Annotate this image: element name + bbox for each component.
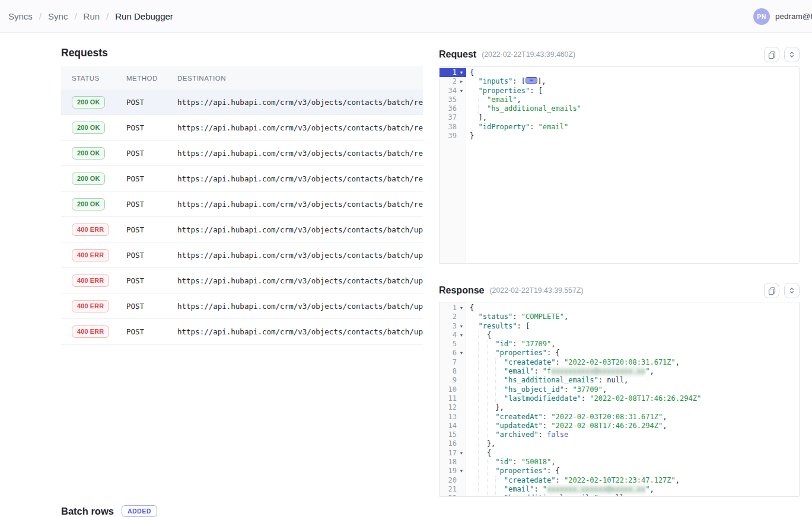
- request-row-9[interactable]: 400 ERRPOSThttps://api.hubapi.com/crm/v3…: [61, 293, 423, 319]
- status-cell: 400 ERR: [61, 224, 126, 236]
- token-punctuation: [470, 322, 478, 330]
- status-cell: 400 ERR: [61, 249, 126, 261]
- user-menu[interactable]: PN pedram@hig: [753, 0, 812, 33]
- line-number: 13: [440, 413, 457, 422]
- token-string: "2022-02-08T17:46:26.294Z": [551, 422, 663, 430]
- token-punctuation: [470, 95, 487, 104]
- code-line-37: 37 ],: [440, 113, 799, 122]
- code-line-4: 4▾ {: [440, 331, 799, 340]
- code-text: "createdAt": "2022-02-03T20:08:31.671Z",: [466, 413, 667, 422]
- request-row-10[interactable]: 400 ERRPOSThttps://api.hubapi.com/crm/v3…: [61, 319, 423, 344]
- token-punctuation: :: [534, 367, 542, 375]
- fold-toggle-icon[interactable]: ▾: [457, 467, 466, 475]
- destination-cell: https://api.hubapi.com/crm/v3/objects/co…: [177, 123, 423, 132]
- token-punctuation: [470, 104, 487, 113]
- breadcrumb-separator: /: [74, 11, 77, 21]
- method-cell: POST: [126, 225, 177, 234]
- code-line-15: 15 "archived": false: [440, 430, 799, 439]
- breadcrumb-link-sync[interactable]: Sync: [48, 11, 68, 21]
- code-text: {: [466, 331, 491, 340]
- code-line-8: 8 "email": "fxxxxxxxxxx@xxxxxxxx.xx",: [440, 367, 799, 376]
- token-punctuation: :: [512, 458, 521, 466]
- request-row-3[interactable]: 200 OKPOSThttps://api.hubapi.com/crm/v3/…: [61, 141, 423, 166]
- request-row-2[interactable]: 200 OKPOSThttps://api.hubapi.com/crm/v3/…: [61, 115, 423, 141]
- top-bar: Syncs/Sync/Run/Run Debugger PN pedram@hi…: [0, 0, 812, 33]
- fold-toggle-icon[interactable]: ▸: [457, 77, 466, 86]
- response-copy-button[interactable]: [764, 283, 779, 298]
- requests-table-body: 200 OKPOSThttps://api.hubapi.com/crm/v3/…: [61, 90, 423, 344]
- request-editor-lines: 1▾{2▸ "inputs": [⋯],34▾ "properties": [3…: [440, 67, 799, 141]
- token-punctuation: [470, 413, 495, 421]
- fold-toggle-icon[interactable]: ▾: [457, 449, 466, 458]
- status-badge: 200 OK: [72, 122, 105, 134]
- breadcrumb-link-syncs[interactable]: Syncs: [8, 11, 33, 21]
- line-number: 5: [440, 340, 457, 349]
- status-cell: 200 OK: [61, 198, 126, 210]
- destination-cell: https://api.hubapi.com/crm/v3/objects/co…: [177, 200, 423, 209]
- code-text: "email": "fxxxxxxxxxx@xxxxxxxx.xx",: [466, 367, 654, 376]
- breadcrumb-link-run[interactable]: Run: [84, 11, 100, 21]
- fold-gutter-spacer: [457, 312, 466, 321]
- code-text: "idProperty": "email": [466, 123, 568, 132]
- fold-toggle-icon[interactable]: ▾: [457, 87, 466, 95]
- avatar[interactable]: PN: [753, 8, 770, 25]
- fold-gutter-spacer: [457, 367, 466, 376]
- fold-toggle-icon[interactable]: ▾: [457, 68, 466, 77]
- token-punctuation: :: [598, 376, 607, 384]
- status-cell: 200 OK: [61, 96, 126, 108]
- line-number: 38: [440, 123, 457, 132]
- token-key: "properties": [495, 349, 547, 357]
- method-cell: POST: [126, 123, 177, 132]
- token-punctuation: ,: [603, 385, 607, 394]
- request-row-4[interactable]: 200 OKPOSThttps://api.hubapi.com/crm/v3/…: [61, 166, 423, 192]
- fold-gutter-spacer: [457, 340, 466, 349]
- token-punctuation: :: [598, 494, 607, 497]
- fold-toggle-icon[interactable]: ▾: [457, 322, 466, 331]
- code-line-34: 34▾ "properties": [: [440, 87, 799, 95]
- token-key: "inputs": [478, 77, 512, 85]
- token-key: "results": [478, 322, 517, 330]
- line-number: 8: [440, 367, 457, 376]
- fold-toggle-icon[interactable]: ▾: [457, 331, 466, 340]
- request-copy-button[interactable]: [764, 47, 779, 62]
- token-punctuation: ,: [676, 476, 680, 484]
- token-punctuation: ],: [537, 77, 546, 85]
- response-actions: [764, 283, 800, 298]
- token-punctuation: :: [534, 485, 542, 493]
- request-row-6[interactable]: 400 ERRPOSThttps://api.hubapi.com/crm/v3…: [61, 217, 423, 242]
- response-code-editor[interactable]: 1▾{2 "status": "COMPLETE",3▾ "results": …: [439, 302, 800, 497]
- request-expand-button[interactable]: [784, 47, 800, 62]
- request-row-8[interactable]: 400 ERRPOSThttps://api.hubapi.com/crm/v3…: [61, 268, 423, 293]
- method-cell: POST: [126, 200, 177, 209]
- column-header-method: METHOD: [126, 75, 177, 82]
- token-punctuation: ,: [551, 458, 555, 466]
- token-punctuation: {: [470, 304, 474, 312]
- response-expand-button[interactable]: [784, 283, 800, 298]
- token-punctuation: [470, 430, 495, 439]
- token-punctuation: :: [512, 340, 521, 348]
- token-punctuation: [470, 458, 495, 466]
- fold-toggle-icon[interactable]: ▾: [457, 349, 466, 358]
- batch-rows-section: Batch rows ADDED: [61, 505, 157, 517]
- method-cell: POST: [126, 276, 177, 285]
- token-string: "2022-02-03T20:08:31.671Z": [551, 413, 663, 421]
- code-text: "id": "50018",: [466, 458, 556, 467]
- request-row-7[interactable]: 400 ERRPOSThttps://api.hubapi.com/crm/v3…: [61, 242, 423, 268]
- response-header: Response (2022-02-22T19:43:39.557Z): [439, 282, 800, 299]
- line-number: 18: [440, 458, 457, 467]
- token-punctuation: ,: [551, 340, 555, 348]
- code-line-35: 35 "email",: [440, 95, 799, 104]
- code-line-21: 21 "email": "xxxxxxx.xxxxxx@xxxxx.xx",: [440, 485, 799, 494]
- token-key: "updatedAt": [495, 422, 542, 430]
- request-row-5[interactable]: 200 OKPOSThttps://api.hubapi.com/crm/v3/…: [61, 192, 423, 217]
- request-row-1[interactable]: 200 OKPOSThttps://api.hubapi.com/crm/v3/…: [61, 90, 423, 115]
- line-number: 1: [440, 68, 457, 77]
- request-code-editor[interactable]: 1▾{2▸ "inputs": [⋯],34▾ "properties": [3…: [439, 66, 800, 264]
- token-punctuation: {: [470, 331, 491, 339]
- token-string: "hs_additional_emails": [487, 104, 581, 113]
- fold-toggle-icon[interactable]: ▾: [457, 304, 466, 312]
- collapsed-range-widget[interactable]: ⋯: [526, 77, 537, 84]
- fold-gutter-spacer: [457, 422, 466, 430]
- token-string: "2022-02-10T22:23:47.127Z": [564, 476, 676, 484]
- status-badge: 400 ERR: [72, 325, 109, 338]
